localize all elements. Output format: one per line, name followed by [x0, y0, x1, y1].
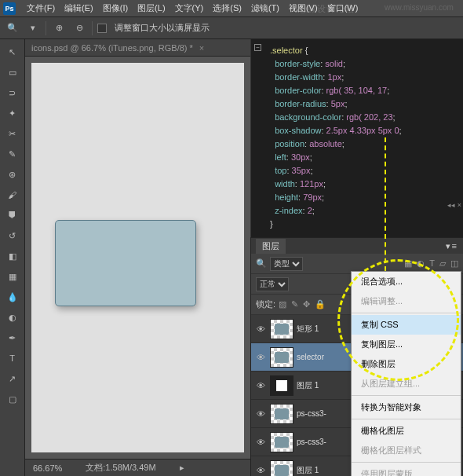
pen-tool-icon[interactable]: ✒: [3, 328, 22, 347]
ctx-duplicate-layer[interactable]: 复制图层...: [352, 335, 461, 354]
wand-tool-icon[interactable]: ✦: [3, 104, 22, 123]
separator: [46, 21, 46, 35]
panel-collapse-icon[interactable]: ◂◂ ×: [447, 201, 461, 209]
zoom-level[interactable]: 66.67%: [33, 463, 62, 473]
filter-type[interactable]: 类型: [270, 257, 303, 271]
brush-tool-icon[interactable]: 🖌: [3, 185, 22, 204]
dropdown-icon[interactable]: ▾: [25, 20, 41, 36]
options-bar: 🔍 ▾ ⊕ ⊖ 调整窗口大小以满屏显示: [0, 17, 463, 39]
visibility-icon[interactable]: 👁: [254, 408, 267, 420]
canvas[interactable]: [31, 63, 244, 452]
zoom-tool-icon[interactable]: 🔍: [5, 20, 20, 36]
lock-pos-icon[interactable]: ✥: [303, 299, 310, 309]
separator: [352, 313, 461, 313]
filter-icon[interactable]: 🔍: [256, 258, 267, 269]
document-area: icons.psd @ 66.7% (iTunes.png, RGB/8) * …: [25, 39, 250, 476]
menu-edit[interactable]: 编辑(E): [60, 2, 98, 14]
watermark-text: 思缘设计论坛: [298, 3, 355, 15]
marquee-tool-icon[interactable]: ▭: [3, 63, 22, 82]
document-title: icons.psd @ 66.7% (iTunes.png, RGB/8) *: [31, 43, 193, 53]
app-logo: Ps: [3, 2, 16, 15]
canvas-wrap: [25, 57, 250, 459]
layer-name: 图层 1: [297, 380, 319, 391]
watermark-url: www.missyuan.com: [385, 3, 454, 12]
lock-all-icon[interactable]: 🔒: [315, 299, 326, 309]
visibility-icon[interactable]: 👁: [254, 351, 267, 364]
move-tool-icon[interactable]: ↖: [3, 42, 22, 61]
annotation-arrow: [385, 137, 386, 271]
ctx-convert-smart[interactable]: 转换为智能对象: [352, 397, 461, 417]
menu-type[interactable]: 文字(Y): [170, 2, 209, 14]
status-arrow-icon[interactable]: ▸: [180, 463, 184, 473]
separator: [92, 21, 93, 35]
menu-image[interactable]: 图像(I): [98, 2, 133, 14]
toolbox: ↖ ▭ ⊃ ✦ ✂ ✎ ⊛ 🖌 ⛊ ↺ ◧ ▦ 💧 ◐ ✒ T ↗ ▢: [0, 39, 25, 476]
eraser-tool-icon[interactable]: ◧: [3, 247, 22, 265]
status-bar: 66.67% 文档:1.58M/3.49M ▸: [25, 459, 250, 476]
path-tool-icon[interactable]: ↗: [3, 369, 22, 388]
visibility-icon[interactable]: 👁: [254, 464, 267, 477]
context-menu: 混合选项... 编辑调整... 复制 CSS 复制图层... 删除图层 从图层建…: [351, 271, 461, 476]
separator: [352, 395, 461, 396]
ctx-edit-adjust: 编辑调整...: [352, 291, 461, 311]
visibility-icon[interactable]: 👁: [254, 323, 267, 335]
filter-type-icon[interactable]: T: [429, 258, 435, 269]
menu-select[interactable]: 选择(S): [208, 2, 246, 14]
ctx-group-from-layers[interactable]: 从图层建立组...: [352, 374, 461, 394]
menu-file[interactable]: 文件(F): [22, 2, 60, 14]
separator: [352, 419, 461, 419]
ctx-rasterize-layer[interactable]: 栅格化图层: [352, 421, 461, 441]
ctx-rasterize-style: 栅格化图层样式: [352, 441, 461, 460]
ctx-delete-layer[interactable]: 删除图层: [352, 354, 461, 374]
lock-trans-icon[interactable]: ▨: [279, 299, 286, 309]
crop-tool-icon[interactable]: ✂: [3, 124, 22, 143]
code-content: .selector { border-style: solid; border-…: [270, 44, 457, 231]
layer-name: 图层 1: [297, 465, 319, 476]
eyedropper-tool-icon[interactable]: ✎: [3, 145, 22, 163]
shape-tool-icon[interactable]: ▢: [3, 390, 22, 408]
blur-tool-icon[interactable]: 💧: [3, 287, 22, 306]
fold-icon[interactable]: −: [254, 44, 261, 51]
blend-mode[interactable]: 正常: [256, 277, 289, 291]
menu-filter[interactable]: 滤镜(T): [246, 2, 284, 14]
filter-adjust-icon[interactable]: ◐: [417, 258, 425, 269]
heal-tool-icon[interactable]: ⊛: [3, 165, 22, 184]
type-tool-icon[interactable]: T: [3, 349, 22, 368]
document-tab[interactable]: icons.psd @ 66.7% (iTunes.png, RGB/8) * …: [25, 39, 250, 57]
zoom-in-icon[interactable]: ⊕: [51, 20, 67, 36]
panel-menu-icon[interactable]: ▾≡: [446, 241, 458, 251]
ctx-blend-options[interactable]: 混合选项...: [352, 272, 461, 291]
close-tab-icon[interactable]: ×: [199, 43, 204, 53]
css-code-panel: − .selector { border-style: solid; borde…: [250, 39, 463, 237]
filter-pixel-icon[interactable]: ▦: [404, 258, 412, 269]
ctx-copy-css[interactable]: 复制 CSS: [352, 315, 461, 335]
history-brush-icon[interactable]: ↺: [3, 226, 22, 245]
doc-size: 文档:1.58M/3.49M: [86, 462, 155, 474]
fit-checkbox[interactable]: [97, 24, 107, 33]
zoom-out-icon[interactable]: ⊖: [71, 20, 87, 36]
fit-label: 调整窗口大小以满屏显示: [115, 22, 210, 34]
layer-name: selector: [297, 353, 324, 361]
layer-name: ps-css3-: [297, 438, 326, 446]
layer-name: 矩形 1: [297, 324, 319, 335]
lock-label: 锁定:: [256, 298, 275, 310]
layers-tab[interactable]: 图层: [256, 239, 286, 254]
separator: [352, 462, 461, 463]
selector-shape[interactable]: [55, 220, 196, 306]
lasso-tool-icon[interactable]: ⊃: [3, 83, 22, 102]
filter-smart-icon[interactable]: ◫: [450, 258, 458, 269]
gradient-tool-icon[interactable]: ▦: [3, 267, 22, 286]
ctx-disable-mask: 停用图层蒙版: [352, 464, 461, 476]
menu-layer[interactable]: 图层(L): [133, 2, 170, 14]
visibility-icon[interactable]: 👁: [254, 379, 267, 392]
visibility-icon[interactable]: 👁: [254, 436, 267, 449]
stamp-tool-icon[interactable]: ⛊: [3, 206, 22, 225]
dodge-tool-icon[interactable]: ◐: [3, 308, 22, 327]
filter-shape-icon[interactable]: ▱: [439, 258, 446, 269]
lock-paint-icon[interactable]: ✎: [291, 299, 298, 309]
layer-name: ps-css3-: [297, 409, 326, 418]
